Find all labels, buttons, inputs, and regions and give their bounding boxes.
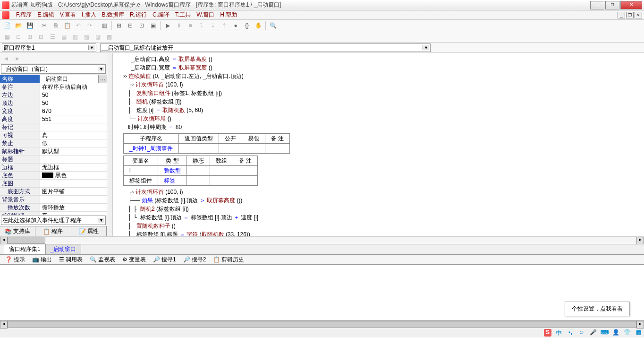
prop-playcount-label[interactable]: 播放次数	[0, 204, 40, 211]
settings-tooltip[interactable]: 个性设置，点我看看	[565, 302, 630, 316]
stepout-icon[interactable]: ⇡	[219, 21, 229, 30]
mdi-close[interactable]: ×	[635, 12, 642, 18]
stop-icon[interactable]: ■	[185, 21, 195, 30]
prop-title-value[interactable]	[40, 156, 107, 163]
tab-support-lib[interactable]: 📚 支持库	[0, 226, 35, 236]
prop-border-label[interactable]: 边框	[0, 164, 40, 171]
prop-ctrlbtn-label[interactable]: 控制按钮	[0, 212, 40, 215]
find-icon[interactable]: 🔍	[268, 21, 278, 30]
scroll-left-icon[interactable]: ◄	[0, 237, 8, 244]
redo-icon[interactable]: ↷	[85, 21, 95, 30]
layout4-icon[interactable]: ▣	[148, 21, 158, 30]
stepover-icon[interactable]: ⤵	[196, 21, 207, 30]
tb2-icon-4[interactable]: ⊟	[36, 32, 46, 42]
ellipsis-icon[interactable]: …	[98, 75, 107, 83]
open-icon[interactable]: 📂	[13, 21, 24, 30]
menu-database[interactable]: B.数据库	[99, 10, 127, 20]
prop-height-label[interactable]: 高度	[0, 115, 40, 123]
tb2-icon-10[interactable]: ▩	[104, 32, 114, 42]
tab-start-window[interactable]: _启动窗口	[45, 244, 82, 254]
output-panel[interactable]: 个性设置，点我看看	[0, 265, 644, 320]
ime-keyboard-icon[interactable]: ⌨	[601, 329, 608, 337]
prop-title-label[interactable]: 标题	[0, 156, 40, 163]
code-editor[interactable]: _启动窗口.高度 ＝ 取屏幕高度 () _启动窗口.宽度 ＝ 取屏幕宽度 () …	[107, 53, 644, 236]
prop-border-value[interactable]: 无边框	[40, 164, 107, 171]
minimize-button[interactable]: —	[590, 1, 604, 9]
prop-bgmusic-label[interactable]: 背景音乐	[0, 196, 40, 203]
ime-face-icon[interactable]: ☺	[578, 329, 585, 337]
prop-tag-label[interactable]: 标记	[0, 123, 40, 131]
copy-icon[interactable]: ⎘	[51, 21, 61, 30]
menu-help[interactable]: H.帮助	[217, 10, 240, 20]
var-type-cell[interactable]: 整数型	[158, 166, 187, 176]
ime-s-icon[interactable]: S	[544, 329, 551, 337]
tb2-icon-7[interactable]: ▥	[70, 32, 80, 42]
ime-skin-icon[interactable]: 👕	[623, 329, 631, 337]
prop-disabled-label[interactable]: 禁止	[0, 139, 40, 147]
tab-variables[interactable]: ⚙ 变量表	[119, 254, 149, 265]
tb2-icon-6[interactable]: ▤	[59, 32, 69, 42]
tab-watch[interactable]: 🔍 监视表	[86, 254, 119, 265]
menu-insert[interactable]: I.插入	[79, 10, 99, 20]
prop-left-value[interactable]: 50	[40, 91, 107, 99]
event-handler-selector[interactable]: 在此处选择加入事件处理子程序 ▼	[1, 216, 106, 225]
menu-window[interactable]: W.窗口	[194, 10, 217, 20]
prop-name-value[interactable]: _启动窗口…	[40, 75, 107, 83]
prop-bgmode-label[interactable]: 底图方式	[0, 188, 40, 195]
prop-backcolor-label[interactable]: 底色	[0, 172, 40, 179]
subroutine-name-cell[interactable]: _时钟1_周期事件	[124, 144, 179, 154]
tab-program[interactable]: 📋 程序	[35, 226, 71, 236]
tab-clipboard[interactable]: 📋 剪辑历史	[210, 254, 247, 265]
layout3-icon[interactable]: ⊡	[136, 21, 147, 30]
menu-program[interactable]: F.程序	[13, 10, 34, 20]
prop-height-value[interactable]: 551	[40, 115, 107, 123]
prop-left-label[interactable]: 左边	[0, 91, 40, 99]
object-selector[interactable]: _启动窗口（窗口） ▼	[1, 64, 106, 74]
hand-icon[interactable]: ✋	[253, 21, 263, 30]
tab-find1[interactable]: 🔎 搜寻1	[150, 254, 179, 265]
ime-mic-icon[interactable]: 🎤	[589, 329, 597, 337]
save-icon[interactable]: 💾	[25, 21, 35, 30]
scroll-left-icon[interactable]: ◄	[0, 321, 8, 329]
prop-bgmusic-value[interactable]	[40, 196, 107, 203]
scroll-right-icon[interactable]: ►	[636, 321, 644, 329]
variable-table[interactable]: 变量名类 型静态数组备 注 i整数型 标签组件标签	[123, 156, 258, 186]
tb2-icon-5[interactable]: ☰	[47, 32, 58, 42]
breakpoint-icon[interactable]: ●	[230, 21, 241, 30]
prop-cursor-label[interactable]: 鼠标指针	[0, 147, 40, 155]
ime-grid-icon[interactable]: ▦	[635, 329, 642, 337]
subroutine-table[interactable]: 子程序名返回值类型公开易包备 注 _时钟1_周期事件	[123, 133, 290, 154]
tab-output[interactable]: 📺 输出	[29, 254, 55, 265]
tab-tip[interactable]: ❓ 提示	[2, 254, 28, 265]
scroll-thumb[interactable]	[8, 237, 45, 244]
brackets-icon[interactable]: {}	[242, 21, 252, 30]
prop-top-value[interactable]: 50	[40, 99, 107, 107]
close-button[interactable]: ✕	[620, 1, 642, 9]
layout1-icon[interactable]: ⊞	[114, 21, 124, 30]
event-dropdown[interactable]: __启动窗口_鼠标右键被放开 ▼	[100, 43, 431, 52]
new-icon[interactable]: 📄	[2, 21, 12, 30]
tb2-icon-1[interactable]: ▦	[2, 32, 12, 42]
run-icon[interactable]: ▶	[162, 21, 173, 30]
ime-lang-icon[interactable]: 中	[555, 329, 563, 337]
tab-find2[interactable]: 🔎 搜寻2	[180, 254, 210, 265]
prop-name-label[interactable]: 名称	[0, 75, 40, 83]
tb2-icon-8[interactable]: ▧	[81, 32, 92, 42]
panel-back-icon[interactable]: ◄	[1, 54, 11, 63]
prop-note-value[interactable]: 在程序启动后自动	[40, 83, 107, 91]
prop-bgimage-label[interactable]: 底图	[0, 180, 40, 187]
mdi-restore[interactable]: ❐	[626, 12, 634, 18]
prop-width-value[interactable]: 670	[40, 107, 107, 115]
output-scrollbar[interactable]: ◄ ►	[0, 320, 644, 328]
mdi-minimize[interactable]: _	[618, 12, 625, 18]
form-icon[interactable]: ▦	[99, 21, 110, 30]
prop-playcount-value[interactable]: 循环播放	[40, 204, 107, 211]
prop-top-label[interactable]: 顶边	[0, 99, 40, 107]
tab-program-set[interactable]: 窗口程序集1	[4, 244, 46, 254]
tb2-icon-3[interactable]: ⊞	[25, 32, 35, 42]
prop-visible-label[interactable]: 可视	[0, 131, 40, 139]
undo-icon[interactable]: ↶	[73, 21, 84, 30]
stepin-icon[interactable]: ⇣	[208, 21, 218, 30]
prop-backcolor-value[interactable]: 黑色	[40, 172, 107, 179]
panel-fwd-icon[interactable]: ►	[12, 54, 23, 63]
